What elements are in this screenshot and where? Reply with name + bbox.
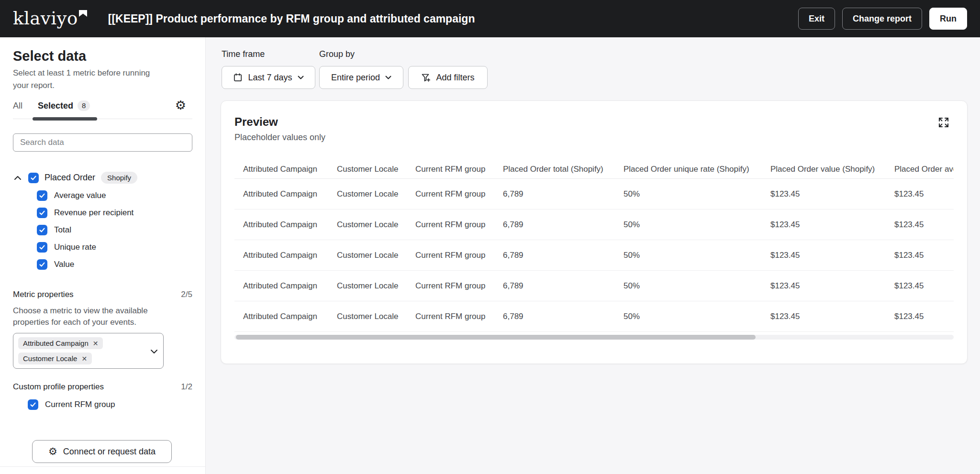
column-header: Current RFM group — [407, 165, 494, 174]
table-cell: Current RFM group — [407, 251, 494, 260]
checkbox-revenue-per-recipient[interactable] — [37, 208, 47, 218]
table-row: Attributed Campaign Customer Locale Curr… — [234, 301, 954, 332]
collapse-chevron-up-icon[interactable] — [13, 175, 22, 181]
search-input[interactable] — [13, 133, 192, 152]
column-header: Attributed Campaign — [234, 165, 328, 174]
expand-icon[interactable] — [937, 116, 950, 129]
table-cell: Attributed Campaign — [234, 251, 328, 260]
connect-or-request-data-button[interactable]: ⚙ Connect or request data — [32, 440, 172, 463]
metric-item-average-value: Average value — [37, 190, 192, 201]
table-cell: 6,789 — [494, 281, 615, 291]
chip-label: Customer Locale — [23, 354, 77, 363]
table-cell: Current RFM group — [407, 189, 494, 199]
checkbox-placed-order[interactable] — [28, 173, 39, 183]
custom-profile-properties-count: 1/2 — [181, 382, 192, 392]
custom-profile-properties-label: Custom profile properties — [13, 382, 104, 392]
table-cell: Customer Locale — [328, 220, 407, 230]
chevron-down-icon — [150, 349, 158, 354]
klaviyo-flag-icon — [79, 10, 87, 17]
sidebar-bottom-divider — [0, 466, 205, 467]
table-cell: Attributed Campaign — [234, 312, 328, 321]
table-cell: Current RFM group — [407, 281, 494, 291]
metric-item-label: Value — [54, 260, 74, 269]
metric-group-placed-order: Placed Order Shopify — [13, 172, 192, 184]
tab-all[interactable]: All — [13, 101, 22, 111]
panel-subtitle: Select at least 1 metric before running … — [13, 67, 167, 92]
table-header-row: Attributed Campaign Customer Locale Curr… — [234, 160, 954, 179]
table-cell: Customer Locale — [328, 312, 407, 321]
table-cell: 50% — [615, 251, 762, 260]
table-cell: 50% — [615, 220, 762, 230]
metric-item-label: Average value — [54, 191, 106, 200]
table-cell: $123.45 — [762, 189, 886, 199]
preview-table: Attributed Campaign Customer Locale Curr… — [234, 160, 954, 340]
checkbox-average-value[interactable] — [37, 190, 47, 201]
custom-profile-properties-header: Custom profile properties 1/2 — [13, 382, 192, 392]
table-cell: 6,789 — [494, 312, 615, 321]
time-frame-value: Last 7 days — [248, 73, 292, 83]
table-cell: Current RFM group — [407, 312, 494, 321]
check-icon — [30, 401, 36, 408]
table-cell: $123.45 — [886, 312, 954, 321]
group-by-value: Entire period — [331, 73, 380, 83]
checkbox-total[interactable] — [37, 225, 47, 235]
preview-card: Preview Placeholder values only Attribut… — [221, 100, 968, 364]
metric-item-revenue-per-recipient: Revenue per recipient — [37, 208, 192, 218]
tab-selected[interactable]: Selected 8 — [38, 100, 90, 111]
metric-group-label: Placed Order — [45, 173, 95, 183]
time-frame-label: Time frame — [222, 49, 265, 59]
table-cell: Current RFM group — [407, 220, 494, 230]
horizontal-scrollbar-track[interactable] — [234, 335, 954, 340]
table-cell: 6,789 — [494, 251, 615, 260]
checkbox-unique-rate[interactable] — [37, 242, 47, 253]
metric-properties-multiselect[interactable]: Attributed Campaign ✕ Customer Locale ✕ — [13, 333, 164, 369]
profile-property-current-rfm-group: Current RFM group — [28, 399, 192, 410]
selected-count-badge: 8 — [78, 100, 90, 111]
check-icon — [39, 192, 45, 199]
table-cell: 50% — [615, 312, 762, 321]
check-icon — [39, 227, 45, 233]
table-cell: Attributed Campaign — [234, 189, 328, 199]
table-cell: $123.45 — [762, 281, 886, 291]
checkbox-current-rfm-group[interactable] — [28, 399, 38, 410]
active-tab-indicator — [33, 117, 97, 121]
group-by-label: Group by — [319, 49, 355, 59]
table-cell: $123.45 — [762, 251, 886, 260]
metric-item-total: Total — [37, 225, 192, 235]
table-cell: $123.45 — [762, 220, 886, 230]
report-title: [[KEEP]] Product performance by RFM grou… — [108, 12, 475, 25]
profile-property-label: Current RFM group — [45, 400, 115, 409]
preview-title: Preview — [234, 115, 954, 129]
change-report-button[interactable]: Change report — [842, 8, 922, 30]
check-icon — [39, 244, 45, 251]
tab-selected-label: Selected — [38, 101, 73, 111]
time-frame-dropdown[interactable]: Last 7 days — [222, 66, 315, 89]
report-builder-main: Time frame Group by Last 7 days Entire p… — [206, 37, 980, 474]
check-icon — [30, 175, 37, 181]
gear-icon: ⚙ — [48, 447, 57, 457]
chip-close-icon[interactable]: ✕ — [81, 355, 87, 362]
chip-close-icon[interactable]: ✕ — [93, 340, 99, 347]
table-row: Attributed Campaign Customer Locale Curr… — [234, 240, 954, 271]
exit-button[interactable]: Exit — [798, 8, 835, 30]
table-cell: Customer Locale — [328, 189, 407, 199]
metric-item-label: Revenue per recipient — [54, 208, 134, 218]
source-badge: Shopify — [101, 172, 137, 184]
group-by-dropdown[interactable]: Entire period — [319, 66, 403, 89]
add-filters-label: Add filters — [436, 73, 474, 83]
table-row: Attributed Campaign Customer Locale Curr… — [234, 271, 954, 301]
filter-plus-icon — [421, 73, 431, 82]
chip-label: Attributed Campaign — [23, 339, 89, 347]
table-cell: $123.45 — [886, 251, 954, 260]
klaviyo-wordmark: klaviyo — [13, 9, 78, 28]
checkbox-value[interactable] — [37, 259, 47, 270]
add-filters-button[interactable]: Add filters — [408, 66, 488, 89]
chip-attributed-campaign: Attributed Campaign ✕ — [18, 337, 103, 349]
run-button[interactable]: Run — [929, 8, 967, 30]
table-row: Attributed Campaign Customer Locale Curr… — [234, 209, 954, 240]
connect-button-label: Connect or request data — [63, 447, 156, 457]
preview-subtitle: Placeholder values only — [234, 132, 954, 143]
klaviyo-logo: klaviyo — [13, 9, 87, 28]
table-cell: 6,789 — [494, 189, 615, 199]
horizontal-scrollbar-thumb[interactable] — [236, 335, 756, 340]
